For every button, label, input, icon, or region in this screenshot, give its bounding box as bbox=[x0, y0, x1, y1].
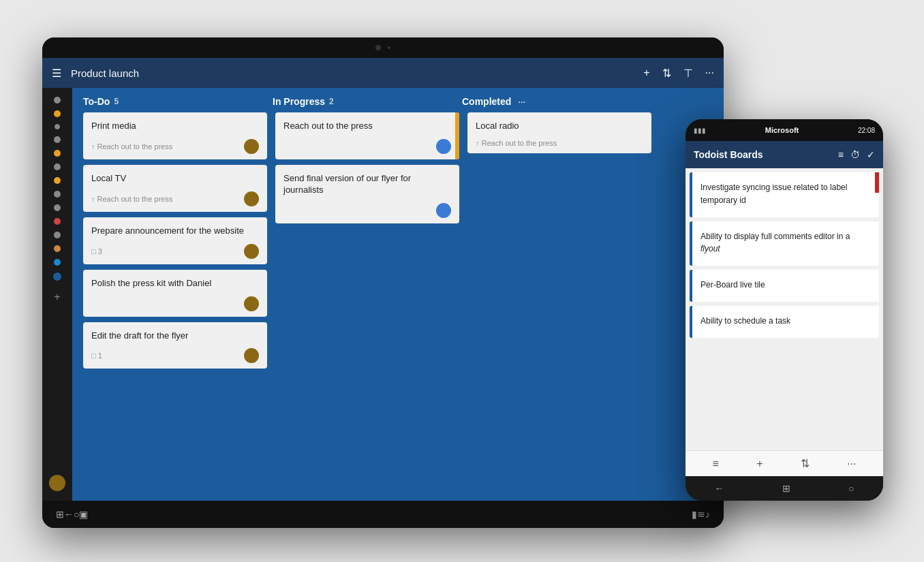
filter-button[interactable]: ⊤ bbox=[683, 67, 693, 80]
phone-card-1[interactable]: Investigate syncing issue related to lab… bbox=[690, 172, 879, 217]
phone-card-text-3: Per-Board live tile bbox=[700, 280, 765, 290]
card-footer bbox=[91, 296, 259, 311]
column-menu-completed[interactable]: ··· bbox=[518, 97, 525, 107]
card-announcement[interactable]: Prepare announcement for the website □ 3 bbox=[83, 217, 267, 264]
phone-app-title: Todoist Boards bbox=[694, 149, 831, 160]
phone-card-text-2: Ability to display full comments editor … bbox=[700, 232, 850, 254]
sidebar-item-11[interactable] bbox=[54, 232, 61, 238]
phone-top-bar: ▮▮▮ Microsoft 22:08 bbox=[686, 119, 883, 141]
card-press-kit[interactable]: Polish the press kit with Daniel bbox=[83, 270, 267, 317]
card-red-indicator bbox=[875, 172, 879, 193]
sidebar-item-12[interactable] bbox=[54, 245, 61, 252]
column-header-inprogress: In Progress 2 bbox=[273, 96, 457, 107]
card-footer bbox=[283, 139, 451, 154]
page-title: Product launch bbox=[71, 67, 643, 79]
tablet-top-bar bbox=[42, 37, 724, 58]
card-footer bbox=[283, 203, 451, 218]
sidebar-item-3[interactable] bbox=[55, 124, 60, 129]
sort-button[interactable]: ⇅ bbox=[662, 67, 671, 80]
sidebar-item-8[interactable] bbox=[54, 191, 61, 198]
card-avatar bbox=[244, 348, 259, 363]
card-send-flyer[interactable]: Send final version of our flyer for jour… bbox=[275, 165, 459, 223]
card-footer: ↑ Reach out to the press bbox=[91, 191, 259, 206]
wifi-icon: ≋ bbox=[697, 509, 705, 520]
phone-list-icon[interactable]: ≡ bbox=[838, 149, 844, 160]
volume-icon: ♪ bbox=[705, 509, 710, 520]
phone-nav-bar: ← ⊞ ○ bbox=[686, 476, 883, 501]
column-completed: Local radio ↑ Reach out to the press bbox=[467, 112, 651, 490]
card-priority-bar bbox=[455, 112, 459, 159]
card-meta: ↑ Reach out to the press bbox=[476, 139, 557, 147]
sidebar-item-4[interactable] bbox=[54, 136, 61, 143]
column-title-inprogress-label: In Progress bbox=[273, 96, 325, 107]
phone-card-3[interactable]: Per-Board live tile bbox=[690, 270, 879, 302]
sidebar-item-13[interactable] bbox=[54, 259, 61, 266]
sidebar-item-5[interactable] bbox=[54, 150, 61, 157]
card-title: Edit the draft for the flyer bbox=[91, 330, 259, 342]
windows-icon[interactable]: ⊞ bbox=[56, 509, 64, 520]
card-local-tv[interactable]: Local TV ↑ Reach out to the press bbox=[83, 165, 267, 212]
card-title: Polish the press kit with Daniel bbox=[91, 278, 259, 290]
phone-history-icon[interactable]: ⏱ bbox=[850, 149, 860, 160]
sidebar-item-14[interactable] bbox=[53, 272, 61, 281]
card-title: Local radio bbox=[476, 121, 643, 132]
search-icon[interactable]: ○ bbox=[74, 509, 79, 520]
card-title: Local TV bbox=[91, 173, 259, 185]
tablet-camera bbox=[375, 45, 381, 50]
board-columns-header: To-Do 5 In Progress 2 Completed ··· bbox=[72, 88, 724, 112]
card-reach-out[interactable]: Reach out to the press bbox=[275, 112, 459, 159]
column-count-inprogress: 2 bbox=[329, 97, 334, 106]
card-meta: □ 1 bbox=[91, 352, 102, 360]
sidebar-add-button[interactable]: + bbox=[54, 291, 60, 303]
card-footer: □ 1 bbox=[91, 348, 259, 363]
sidebar-item-6[interactable] bbox=[54, 163, 61, 170]
phone-menu-icon[interactable]: ≡ bbox=[713, 458, 719, 470]
menu-icon[interactable]: ☰ bbox=[52, 67, 61, 80]
card-avatar bbox=[244, 139, 259, 154]
column-todo: Print media ↑ Reach out to the press Loc… bbox=[83, 112, 267, 490]
taskbar: ⊞ ← ○ ▣ ▮ ≋ ♪ bbox=[42, 501, 724, 528]
phone-card-text-4: Ability to schedule a task bbox=[700, 316, 790, 326]
more-button[interactable]: ··· bbox=[705, 67, 714, 79]
card-footer: ↑ Reach out to the press bbox=[476, 139, 643, 147]
column-count-todo: 5 bbox=[114, 97, 119, 106]
card-title: Reach out to the press bbox=[283, 121, 451, 132]
sidebar-item-10[interactable] bbox=[54, 218, 61, 225]
sidebar-item-1[interactable] bbox=[54, 97, 61, 104]
time-battery: 22:08 bbox=[858, 127, 875, 134]
phone-search-icon[interactable]: ○ bbox=[848, 483, 854, 494]
column-header-todo: To-Do 5 bbox=[83, 96, 267, 107]
card-meta: ↑ Reach out to the press bbox=[91, 195, 172, 203]
column-title-completed-label: Completed bbox=[462, 96, 511, 107]
sidebar-item-2[interactable] bbox=[54, 110, 61, 117]
app-header: ☰ Product launch + ⇅ ⊤ ··· bbox=[42, 58, 724, 88]
apps-icon[interactable]: ▣ bbox=[79, 509, 88, 520]
phone-add-button[interactable]: + bbox=[756, 458, 763, 470]
phone-sort-icon[interactable]: ⇅ bbox=[801, 457, 810, 470]
card-avatar bbox=[244, 244, 259, 259]
card-avatar bbox=[244, 296, 259, 311]
phone-card-2[interactable]: Ability to display full comments editor … bbox=[690, 221, 879, 266]
sidebar-item-7[interactable] bbox=[54, 177, 61, 184]
card-local-radio[interactable]: Local radio ↑ Reach out to the press bbox=[467, 112, 651, 153]
tablet: ☰ Product launch + ⇅ ⊤ ··· bbox=[42, 37, 724, 528]
signal-icon: ▮▮▮ bbox=[694, 127, 706, 134]
phone-card-4[interactable]: Ability to schedule a task bbox=[690, 306, 879, 338]
card-avatar bbox=[436, 139, 451, 154]
card-edit-draft[interactable]: Edit the draft for the flyer □ 1 bbox=[83, 322, 267, 369]
phone-windows-icon[interactable]: ⊞ bbox=[782, 483, 790, 494]
phone-back-icon[interactable]: ← bbox=[715, 483, 724, 494]
board-area: To-Do 5 In Progress 2 Completed ··· bbox=[72, 88, 724, 501]
card-print-media[interactable]: Print media ↑ Reach out to the press bbox=[83, 112, 267, 159]
app-body: + To-Do 5 In Progress 2 Completed bbox=[42, 88, 724, 501]
sidebar-item-9[interactable] bbox=[54, 204, 61, 211]
card-title: Send final version of our flyer for jour… bbox=[283, 173, 451, 196]
header-actions: + ⇅ ⊤ ··· bbox=[643, 67, 714, 80]
add-button[interactable]: + bbox=[643, 67, 649, 79]
phone-app-header: Todoist Boards ≡ ⏱ ✓ bbox=[686, 141, 883, 168]
phone-more-icon[interactable]: ··· bbox=[847, 458, 856, 470]
phone-check-icon[interactable]: ✓ bbox=[867, 149, 875, 160]
column-header-completed: Completed ··· bbox=[462, 96, 646, 107]
card-title: Prepare announcement for the website bbox=[91, 225, 259, 237]
back-icon[interactable]: ← bbox=[64, 509, 74, 520]
